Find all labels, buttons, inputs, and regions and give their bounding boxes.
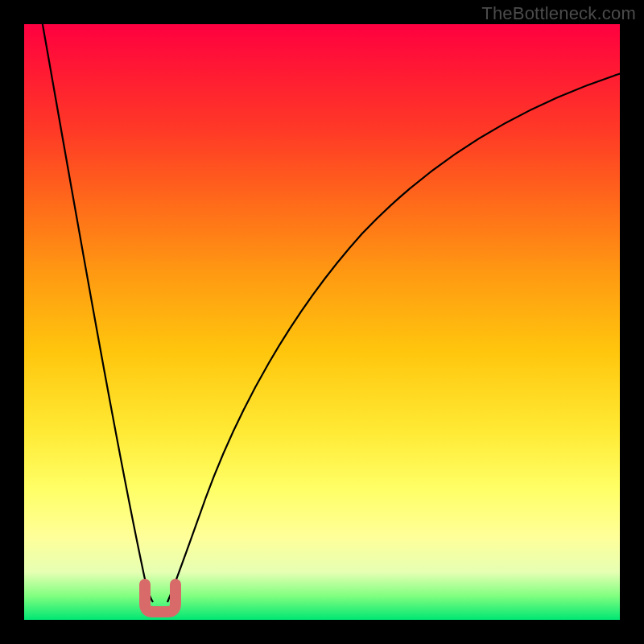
watermark-text: TheBottleneck.com: [481, 3, 636, 24]
curve-layer: [24, 24, 620, 620]
plot-area: [24, 24, 620, 620]
bottleneck-curve-left: [42, 24, 153, 602]
chart-frame: TheBottleneck.com: [0, 0, 644, 644]
bottleneck-curve-right: [167, 72, 620, 602]
minimum-marker: [145, 584, 175, 612]
